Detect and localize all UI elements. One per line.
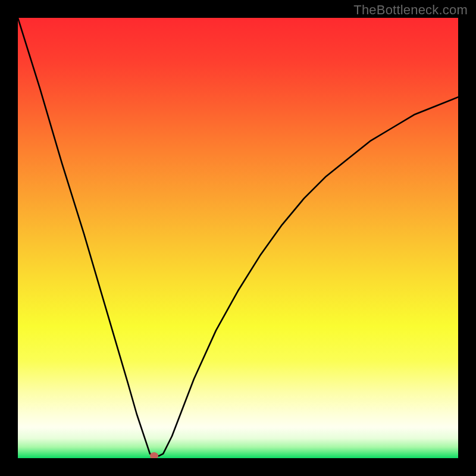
chart-frame: TheBottleneck.com [0, 0, 476, 476]
watermark-text: TheBottleneck.com [353, 2, 468, 18]
optimum-marker [150, 452, 158, 458]
bottleneck-curve [18, 18, 458, 458]
plot-area [18, 18, 458, 458]
